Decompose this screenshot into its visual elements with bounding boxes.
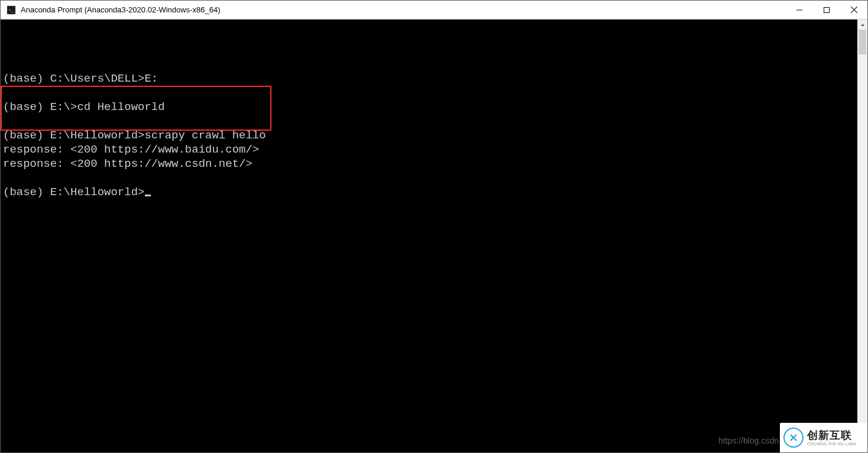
terminal-area: (base) C:\Users\DELL>E:(base) E:\>cd Hel… — [1, 20, 867, 452]
terminal-line: (base) E:\Helloworld> — [3, 185, 857, 199]
vertical-scrollbar[interactable] — [857, 20, 867, 452]
terminal-line: (base) C:\Users\DELL>E: — [3, 72, 857, 86]
close-button[interactable] — [840, 1, 867, 19]
scrollbar-down-button[interactable] — [857, 442, 867, 452]
terminal-line: response: <200 https://www.csdn.net/> — [3, 157, 857, 171]
svg-marker-7 — [861, 446, 864, 449]
scrollbar-up-button[interactable] — [857, 20, 867, 30]
svg-text:>_: >_ — [8, 7, 14, 13]
app-icon: >_ — [7, 5, 16, 15]
minimize-button[interactable] — [786, 1, 813, 19]
maximize-button[interactable] — [813, 1, 840, 19]
window-frame: >_ Anaconda Prompt (Anaconda3-2020.02-Wi… — [0, 0, 868, 453]
titlebar[interactable]: >_ Anaconda Prompt (Anaconda3-2020.02-Wi… — [1, 1, 867, 20]
terminal-line — [3, 86, 857, 100]
terminal-line — [3, 171, 857, 185]
scrollbar-thumb[interactable] — [859, 30, 866, 54]
terminal-output[interactable]: (base) C:\Users\DELL>E:(base) E:\>cd Hel… — [1, 20, 857, 452]
window-title: Anaconda Prompt (Anaconda3-2020.02-Windo… — [21, 5, 786, 14]
svg-marker-6 — [861, 24, 864, 26]
terminal-line: (base) E:\>cd Helloworld — [3, 100, 857, 114]
terminal-line — [3, 114, 857, 128]
cursor — [145, 195, 151, 196]
window-controls — [786, 1, 867, 19]
terminal-line: (base) E:\Helloworld>scrapy crawl hello — [3, 128, 857, 143]
svg-rect-3 — [824, 7, 830, 12]
terminal-line: response: <200 https://www.baidu.com/> — [3, 143, 857, 157]
